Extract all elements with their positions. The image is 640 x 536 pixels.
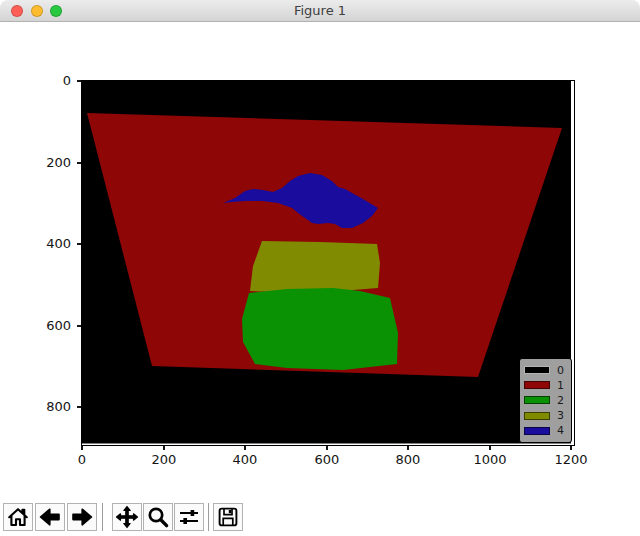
x-tick <box>570 446 572 450</box>
y-tick-label: 200 <box>35 155 71 171</box>
x-tick <box>244 446 246 450</box>
legend-row: 2 <box>524 394 571 406</box>
y-tick-label: 400 <box>35 236 71 252</box>
region-class2-lower <box>242 288 398 370</box>
forward-icon <box>70 505 94 529</box>
legend-swatch-0 <box>524 366 550 374</box>
legend-swatch-2 <box>524 396 550 404</box>
legend-swatch-4 <box>524 427 550 435</box>
legend-row: 0 <box>524 364 571 376</box>
legend-swatch-1 <box>524 381 550 389</box>
configure-subplots-icon <box>177 505 201 529</box>
home-icon <box>6 505 30 529</box>
region-class3-middle <box>250 241 380 293</box>
x-tick <box>489 446 491 450</box>
x-tick-label: 0 <box>52 452 112 467</box>
zoom-rect-icon <box>146 505 170 529</box>
x-tick <box>81 446 83 450</box>
x-tick-label: 600 <box>297 452 357 467</box>
toolbar-separator <box>102 503 103 531</box>
close-button[interactable] <box>11 5 23 17</box>
save-icon <box>216 505 240 529</box>
segmentation-image[interactable] <box>82 81 574 445</box>
legend-row: 3 <box>524 410 571 422</box>
configure-subplots-button[interactable] <box>174 503 204 531</box>
y-tick-label: 0 <box>35 73 71 89</box>
legend-row: 1 <box>524 379 571 391</box>
window-title: Figure 1 <box>0 0 640 22</box>
legend-label: 4 <box>557 425 564 436</box>
save-button[interactable] <box>213 503 243 531</box>
x-tick-label: 400 <box>215 452 275 467</box>
legend-label: 2 <box>557 395 564 406</box>
legend-label: 0 <box>557 365 564 376</box>
pan-button[interactable] <box>112 503 142 531</box>
x-tick <box>326 446 328 450</box>
x-tick <box>163 446 165 450</box>
fullscreen-button[interactable] <box>50 5 62 17</box>
legend-row: 4 <box>524 425 571 437</box>
titlebar[interactable]: Figure 1 <box>0 0 640 22</box>
legend-label: 3 <box>557 410 564 421</box>
plot-axes[interactable] <box>81 80 575 446</box>
x-tick <box>407 446 409 450</box>
forward-button[interactable] <box>67 503 97 531</box>
pan-icon <box>115 505 139 529</box>
back-button[interactable] <box>35 503 65 531</box>
legend-label: 1 <box>557 380 564 391</box>
legend: 0 1 2 3 4 <box>519 358 572 443</box>
minimize-button[interactable] <box>31 5 43 17</box>
x-tick-label: 800 <box>378 452 438 467</box>
y-tick-label: 600 <box>35 318 71 334</box>
y-tick-label: 800 <box>35 399 71 415</box>
legend-swatch-3 <box>524 412 550 420</box>
x-tick-label: 1000 <box>460 452 520 467</box>
figure-window: Figure 1 0 200 400 600 800 0 200 400 600… <box>0 0 640 536</box>
zoom-rect-button[interactable] <box>143 503 173 531</box>
toolbar-separator <box>208 503 209 531</box>
home-button[interactable] <box>3 503 33 531</box>
x-tick-label: 1200 <box>541 452 601 467</box>
back-icon <box>38 505 62 529</box>
x-tick-label: 200 <box>134 452 194 467</box>
